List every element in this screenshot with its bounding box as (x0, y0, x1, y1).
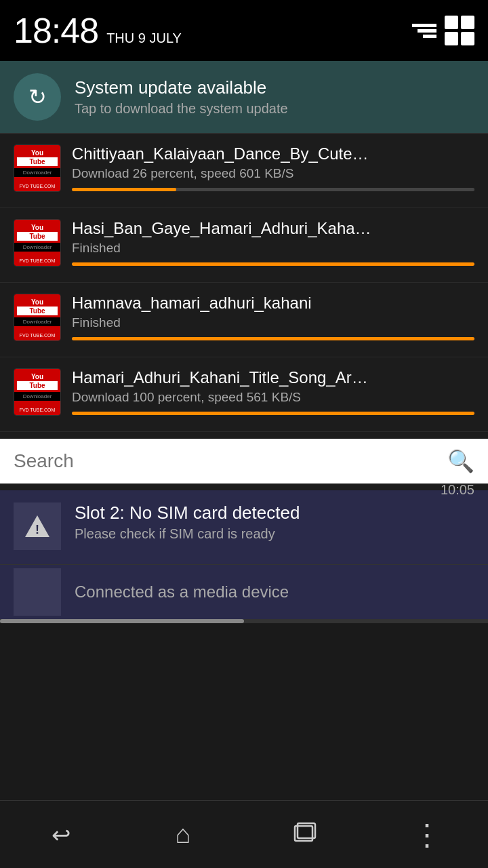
system-update-icon: ↻ (14, 73, 61, 121)
download-title-4: Hamari_Adhuri_Kahani_Title_Song_Ar… (72, 368, 458, 387)
search-container[interactable]: 🔍 (0, 439, 488, 484)
download-status-1: Download 26 percent, speed 601 KB/S (72, 166, 474, 181)
svg-text:!: ! (35, 523, 39, 536)
nav-bar: ↩ ⌂ ⋮ (0, 800, 488, 868)
menu-button[interactable]: ⋮ (386, 801, 468, 868)
download-status-2: Finished (72, 241, 474, 256)
youtube-icon-2: You Tube Downloader FVD TUBE.COM (14, 219, 61, 267)
download-status-3: Finished (72, 315, 474, 330)
download-status-4: Download 100 percent, speed 561 KB/S (72, 390, 474, 405)
search-icon: 🔍 (447, 448, 474, 474)
sim-notification[interactable]: ! Slot 2: No SIM card detected 10:05 Ple… (0, 490, 488, 565)
status-time: 18:48 (14, 10, 98, 51)
signal-icon (409, 24, 436, 38)
download-title-2: Hasi_Ban_Gaye_Hamari_Adhuri_Kaha… (72, 219, 458, 238)
download-notification-2[interactable]: You Tube Downloader FVD TUBE.COM Hasi_Ba… (0, 208, 488, 283)
scroll-thumb (0, 619, 244, 623)
home-icon: ⌂ (176, 820, 191, 849)
search-input[interactable] (14, 450, 447, 472)
progress-track-4 (72, 412, 474, 415)
status-date: THU 9 JULY (106, 31, 182, 46)
sim-title: Slot 2: No SIM card detected (75, 502, 300, 524)
media-title-partial: Connected as a media device (75, 583, 289, 601)
download-title-3: Hamnava_hamari_adhuri_kahani (72, 294, 458, 313)
sim-time: 10:05 (441, 482, 474, 498)
download-notification-1[interactable]: You Tube Downloader FVD TUBE.COM Chittiy… (0, 134, 488, 208)
status-bar: 18:48 THU 9 JULY (0, 0, 488, 61)
system-update-content: System update available Tap to download … (75, 77, 474, 117)
recents-icon (293, 821, 317, 848)
more-options-icon: ⋮ (412, 820, 442, 850)
youtube-icon-4: You Tube Downloader FVD TUBE.COM (14, 368, 61, 416)
scroll-indicator (0, 619, 488, 623)
progress-fill-3 (72, 337, 474, 340)
home-button[interactable]: ⌂ (142, 801, 224, 868)
progress-fill-2 (72, 262, 474, 266)
download-title-1: Chittiyaan_Kalaiyaan_Dance_By_Cute… (72, 144, 458, 163)
progress-fill-1 (72, 188, 176, 191)
system-update-title: System update available (75, 77, 474, 98)
download-content-1: Chittiyaan_Kalaiyaan_Dance_By_Cute… Down… (72, 144, 474, 191)
back-button[interactable]: ↩ (20, 801, 102, 868)
system-update-subtitle: Tap to download the system update (75, 101, 474, 117)
sim-subtitle: Please check if SIM card is ready (75, 526, 474, 542)
grid-icon (445, 16, 474, 45)
system-update-notification[interactable]: ↻ System update available Tap to downloa… (0, 61, 488, 134)
progress-fill-4 (72, 412, 474, 415)
progress-track-3 (72, 337, 474, 340)
media-icon-partial (14, 568, 61, 616)
download-notification-4[interactable]: You Tube Downloader FVD TUBE.COM Hamari_… (0, 357, 488, 432)
back-icon: ↩ (52, 821, 70, 848)
youtube-icon-3: You Tube Downloader FVD TUBE.COM (14, 294, 61, 341)
recents-button[interactable] (264, 801, 346, 868)
progress-track-1 (72, 188, 474, 191)
progress-track-2 (72, 262, 474, 266)
sim-warning-icon: ! (14, 502, 61, 550)
youtube-icon-1: You Tube Downloader FVD TUBE.COM (14, 144, 61, 192)
download-notification-3[interactable]: You Tube Downloader FVD TUBE.COM Hamnava… (0, 283, 488, 357)
sim-content: Slot 2: No SIM card detected 10:05 Pleas… (75, 502, 474, 542)
notification-panel: ↻ System update available Tap to downloa… (0, 61, 488, 623)
download-content-2: Hasi_Ban_Gaye_Hamari_Adhuri_Kaha… Finish… (72, 219, 474, 266)
media-notification-partial[interactable]: Connected as a media device (0, 565, 488, 619)
status-icons (409, 16, 474, 45)
download-content-3: Hamnava_hamari_adhuri_kahani Finished (72, 294, 474, 340)
download-content-4: Hamari_Adhuri_Kahani_Title_Song_Ar… Down… (72, 368, 474, 415)
